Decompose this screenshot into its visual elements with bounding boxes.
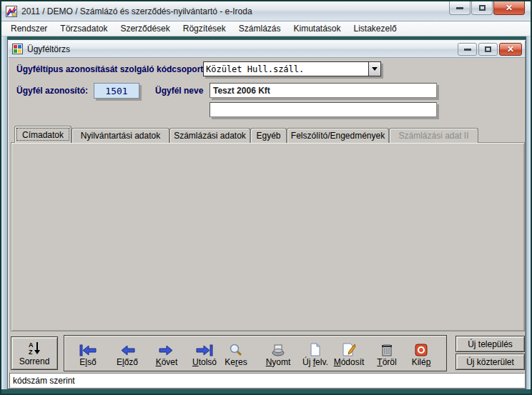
status-text: kódszám szerint bbox=[13, 376, 75, 386]
new-record-icon bbox=[309, 343, 322, 356]
navigation-toolbar: Első Előző Követ Utolsó bbox=[64, 335, 447, 371]
chevron-down-icon[interactable] bbox=[368, 62, 380, 76]
status-bar: kódszám szerint bbox=[9, 373, 525, 388]
menu-rogzitesek[interactable]: Rögzítések bbox=[177, 21, 232, 36]
tab-szamlazasi-adat-2: Számlázási adat II bbox=[389, 128, 478, 143]
app-icon bbox=[6, 6, 17, 17]
dialog-titlebar: Ügyféltörzs ✕ bbox=[9, 41, 525, 58]
svg-text:A: A bbox=[29, 341, 34, 349]
maximize-button[interactable] bbox=[471, 1, 493, 15]
menu-torzsadatok[interactable]: Törzsadatok bbox=[54, 21, 114, 36]
window-frame-left bbox=[1, 36, 7, 389]
minimize-button[interactable] bbox=[449, 1, 471, 15]
dialog-maximize-button[interactable] bbox=[478, 43, 498, 56]
menu-rendszer[interactable]: Rendszer bbox=[4, 21, 54, 36]
tab-felszolito-engedmenyek[interactable]: Felszólító/Engedmények bbox=[287, 128, 389, 143]
elozo-button[interactable]: Előző bbox=[109, 337, 146, 369]
tab-nyilvantartasi-adatok[interactable]: Nyilvántartási adatok bbox=[72, 128, 169, 143]
ugyfel-neve-label: Ügyfél neve bbox=[155, 86, 203, 96]
ugyfeltorzs-dialog: Ügyféltörzs ✕ Ügyféltípus azonosítását s… bbox=[7, 39, 526, 389]
sort-az-icon: A Z bbox=[27, 341, 41, 355]
tab-egyeb[interactable]: Egyéb bbox=[250, 128, 287, 143]
nyomt-button[interactable]: Nyomt bbox=[260, 337, 297, 369]
maximize-icon bbox=[479, 5, 486, 11]
minimize-icon bbox=[464, 49, 471, 51]
close-icon: ✕ bbox=[507, 45, 514, 54]
cimadatok-panel bbox=[11, 142, 525, 331]
uj-telepules-button[interactable]: Új település bbox=[455, 336, 525, 352]
azonosito-label: Ügyfél azonosító: bbox=[16, 86, 88, 96]
main-titlebar: 2011 / DEMO / Számlázó és szerződés-nyil… bbox=[1, 1, 531, 21]
kodcsoport-combo[interactable]: Közület Hull.száll. bbox=[203, 61, 381, 76]
edit-icon bbox=[342, 343, 356, 356]
last-icon bbox=[195, 344, 214, 356]
menu-listakezelo[interactable]: Listakezelő bbox=[348, 21, 403, 36]
uj-kozterulet-button[interactable]: Új közterület bbox=[455, 354, 525, 370]
kodcsoport-label: Ügyféltípus azonosítását szolgáló kódcso… bbox=[16, 64, 206, 74]
dialog-close-button[interactable]: ✕ bbox=[499, 43, 522, 56]
minimize-icon bbox=[456, 7, 463, 9]
window-controls: ✕ bbox=[448, 1, 525, 15]
dialog-icon bbox=[12, 44, 23, 54]
modosit-button[interactable]: Módosít bbox=[330, 337, 368, 369]
svg-text:Z: Z bbox=[29, 349, 33, 355]
close-button[interactable]: ✕ bbox=[493, 1, 525, 15]
kilep-button[interactable]: Kilép bbox=[403, 337, 440, 369]
previous-icon bbox=[119, 344, 136, 356]
uj-felvetel-button[interactable]: Új felv. bbox=[297, 337, 334, 369]
close-icon: ✕ bbox=[506, 4, 513, 12]
menu-bar: Rendszer Törzsadatok Szerződések Rögzíté… bbox=[1, 21, 531, 36]
menu-szamlazas[interactable]: Számlázás bbox=[232, 21, 287, 36]
dialog-title: Ügyféltörzs bbox=[27, 44, 70, 54]
print-icon bbox=[271, 344, 285, 356]
next-icon bbox=[158, 344, 175, 356]
application-window: 2011 / DEMO / Számlázó és szerződés-nyil… bbox=[0, 0, 532, 395]
tab-szamlazasi-adatok[interactable]: Számlázási adatok bbox=[169, 128, 250, 143]
tab-cimadatok[interactable]: Címadatok bbox=[14, 126, 72, 143]
maximize-icon bbox=[485, 46, 491, 52]
search-icon bbox=[229, 344, 243, 356]
ugyfel-neve-input[interactable]: Teszt 2006 Kft bbox=[210, 83, 437, 98]
sorrend-button[interactable]: A Z Sorrend bbox=[11, 336, 58, 370]
exit-icon bbox=[415, 344, 428, 356]
torol-button[interactable]: Töröl bbox=[368, 337, 405, 369]
menu-kimutatasok[interactable]: Kimutatások bbox=[287, 21, 347, 36]
keres-button[interactable]: Keres bbox=[217, 337, 255, 369]
elso-button[interactable]: Első bbox=[69, 337, 107, 369]
dialog-minimize-button[interactable] bbox=[458, 43, 477, 56]
menu-szerzodesek[interactable]: Szerződések bbox=[114, 21, 176, 36]
window-frame-right bbox=[526, 36, 531, 389]
azonosito-value: 1501 bbox=[94, 83, 139, 99]
delete-icon bbox=[380, 343, 393, 356]
first-icon bbox=[79, 344, 97, 356]
ugyfel-neve2-input[interactable] bbox=[210, 102, 437, 117]
dialog-controls: ✕ bbox=[456, 43, 522, 56]
kovet-button[interactable]: Követ bbox=[148, 337, 185, 369]
window-title: 2011 / DEMO / Számlázó és szerződés-nyil… bbox=[21, 6, 252, 16]
